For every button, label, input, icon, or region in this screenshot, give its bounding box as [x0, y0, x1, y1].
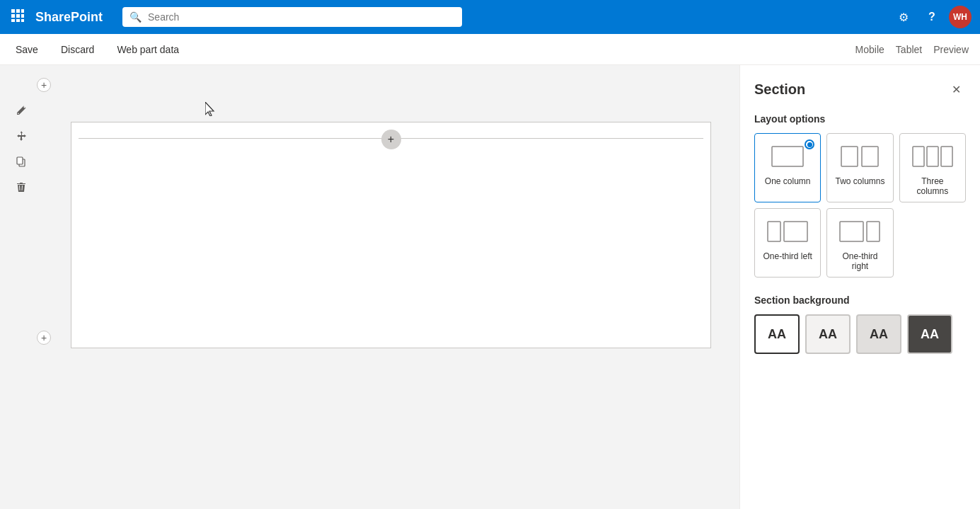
svg-rect-1: [16, 9, 20, 13]
add-section-bottom-button[interactable]: +: [37, 331, 51, 345]
help-icon: ?: [928, 11, 935, 23]
mobile-view-button[interactable]: Mobile: [855, 44, 884, 55]
layout-options-label: Layout options: [754, 113, 966, 125]
search-container: 🔍: [122, 7, 462, 27]
section-canvas: +: [71, 122, 711, 348]
svg-rect-12: [772, 147, 803, 166]
user-avatar[interactable]: WH: [949, 6, 972, 28]
svg-rect-4: [16, 14, 20, 18]
settings-button[interactable]: ⚙: [892, 6, 915, 28]
add-webpart-button[interactable]: +: [381, 130, 401, 149]
help-button[interactable]: ?: [921, 6, 943, 28]
layout-two-columns[interactable]: Two columns: [826, 133, 893, 202]
panel-title: Section: [754, 81, 805, 98]
preview-button[interactable]: Preview: [933, 44, 969, 55]
svg-rect-15: [913, 147, 924, 166]
search-icon: 🔍: [129, 11, 142, 23]
layout-options-grid: One column Two columns Three columns: [754, 133, 966, 278]
copy-section-button[interactable]: [11, 151, 31, 171]
bg-dark-label: AA: [921, 327, 939, 342]
three-columns-icon: [911, 142, 954, 171]
svg-rect-20: [840, 222, 863, 241]
svg-rect-16: [927, 147, 938, 166]
bg-dark[interactable]: AA: [907, 314, 952, 354]
svg-rect-13: [841, 147, 858, 166]
one-third-left-icon: [766, 217, 809, 246]
svg-rect-18: [768, 222, 780, 241]
bg-white-label: AA: [768, 327, 786, 342]
main-area: + + + Section ✕ Layout options: [0, 65, 980, 509]
one-third-left-label: One-third left: [763, 251, 812, 261]
layout-one-third-left[interactable]: One-third left: [754, 208, 821, 278]
move-section-button[interactable]: [11, 126, 31, 146]
svg-rect-3: [11, 14, 15, 18]
two-columns-label: Two columns: [835, 176, 884, 186]
svg-rect-0: [11, 9, 15, 13]
tablet-view-button[interactable]: Tablet: [896, 44, 922, 55]
one-third-right-label: One-third right: [833, 251, 887, 271]
svg-rect-7: [16, 19, 20, 22]
search-input[interactable]: [122, 7, 462, 27]
radio-one-column: [805, 139, 814, 149]
svg-rect-19: [784, 222, 807, 241]
section-toolbar: [11, 101, 31, 197]
topbar: SharePoint 🔍 ⚙ ? WH: [0, 0, 980, 34]
one-column-icon: [766, 142, 809, 171]
bg-light[interactable]: AA: [805, 314, 851, 354]
topbar-icons: ⚙ ? WH: [892, 6, 972, 28]
bg-neutral[interactable]: AA: [856, 314, 901, 354]
two-columns-icon: [838, 142, 881, 171]
bg-light-label: AA: [819, 327, 837, 342]
one-third-right-icon: [838, 217, 881, 246]
canvas-area: + + +: [0, 65, 739, 509]
bg-neutral-label: AA: [870, 327, 888, 342]
settings-icon-text: ⚙: [899, 11, 909, 24]
svg-rect-10: [17, 157, 23, 164]
bg-white[interactable]: AA: [754, 314, 800, 354]
layout-one-third-right[interactable]: One-third right: [826, 208, 893, 278]
svg-rect-17: [941, 147, 952, 166]
app-logo: SharePoint: [35, 10, 103, 25]
discard-button[interactable]: Discard: [57, 41, 98, 58]
section-panel: Section ✕ Layout options One column Two …: [739, 65, 980, 509]
three-columns-label: Three columns: [906, 176, 959, 196]
layout-one-column[interactable]: One column: [754, 133, 821, 202]
panel-header: Section ✕: [754, 79, 966, 99]
svg-rect-5: [21, 14, 24, 18]
svg-rect-6: [11, 19, 15, 22]
panel-close-button[interactable]: ✕: [946, 79, 966, 99]
cursor-indicator: [205, 102, 217, 119]
svg-rect-2: [21, 9, 24, 13]
delete-section-button[interactable]: [11, 177, 31, 197]
svg-rect-21: [867, 222, 880, 241]
background-options: AA AA AA AA: [754, 314, 966, 354]
section-background-label: Section background: [754, 294, 966, 306]
add-section-top-button[interactable]: +: [37, 78, 51, 92]
edit-section-button[interactable]: [11, 101, 31, 120]
svg-rect-14: [862, 147, 878, 166]
view-buttons: Mobile Tablet Preview: [855, 44, 969, 55]
one-column-label: One column: [765, 176, 811, 186]
actionbar: Save Discard Web part data Mobile Tablet…: [0, 34, 980, 65]
save-button[interactable]: Save: [11, 41, 42, 58]
waffle-menu-button[interactable]: [8, 6, 27, 28]
svg-marker-11: [205, 102, 214, 116]
layout-three-columns[interactable]: Three columns: [899, 133, 966, 202]
webpart-data-button[interactable]: Web part data: [113, 41, 183, 58]
svg-rect-8: [21, 19, 24, 22]
